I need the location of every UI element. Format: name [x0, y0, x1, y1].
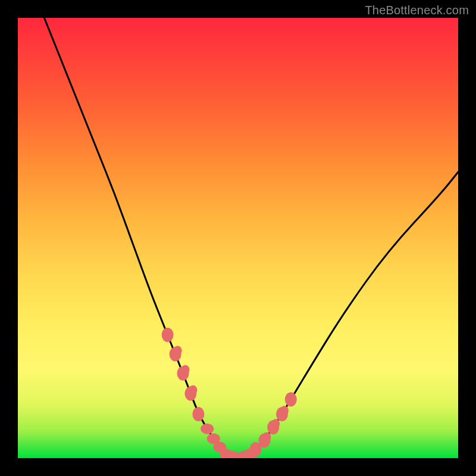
data-markers	[162, 328, 297, 458]
chart-svg	[18, 18, 458, 458]
marker-blob	[174, 346, 182, 355]
marker-blob	[192, 407, 204, 421]
marker-blob	[181, 365, 190, 375]
marker-blob	[189, 386, 197, 395]
marker-blob	[201, 424, 214, 434]
marker-blob	[285, 392, 297, 406]
plot-area	[18, 18, 458, 458]
marker-blob	[280, 406, 289, 415]
marker-blob	[162, 328, 174, 342]
marker-blob	[262, 432, 271, 441]
watermark-text: TheBottleneck.com	[365, 4, 469, 17]
marker-blob	[271, 419, 280, 428]
bottleneck-curve	[44, 18, 458, 457]
chart-frame: TheBottleneck.com	[0, 0, 476, 476]
